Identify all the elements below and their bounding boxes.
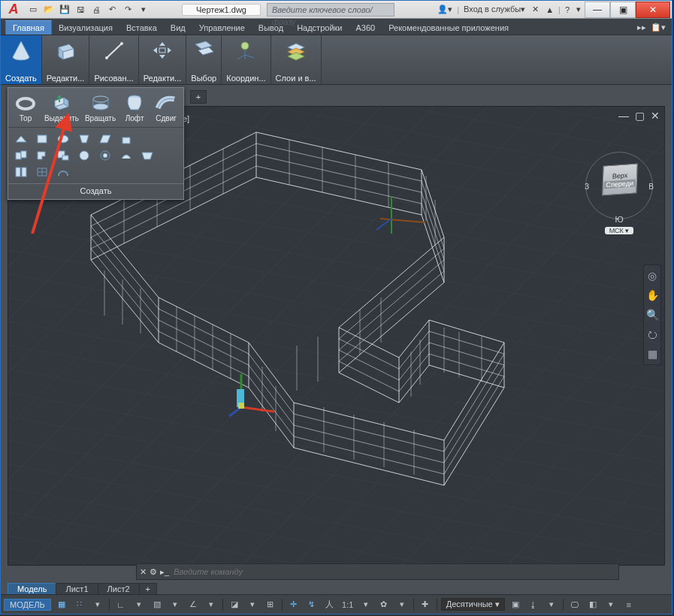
- smalltool-3[interactable]: [55, 132, 71, 146]
- status-osnap-icon[interactable]: ∠: [186, 598, 201, 611]
- panel-draw[interactable]: Рисован...: [89, 35, 138, 84]
- panel-modify[interactable]: Редакти...: [139, 35, 187, 84]
- nav-showmotion-icon[interactable]: ▦: [648, 348, 657, 360]
- status-grid-icon[interactable]: ▦: [54, 598, 69, 611]
- status-otrack-icon[interactable]: ✛: [286, 598, 301, 611]
- ribbon-tab-a360[interactable]: A360: [349, 21, 382, 35]
- ribbon-overflow[interactable]: ▸▸ 📋▾: [631, 20, 672, 35]
- help-icon[interactable]: ?: [563, 5, 572, 14]
- layout-tab-add[interactable]: +: [139, 583, 157, 594]
- nav-zoom-icon[interactable]: 🔍: [646, 309, 659, 321]
- viewcube-west[interactable]: З: [585, 183, 589, 191]
- signin-link[interactable]: Вход в службы▾: [461, 5, 527, 14]
- nav-fullwheel-icon[interactable]: ◎: [648, 270, 657, 282]
- undo-icon[interactable]: ↶: [105, 3, 119, 17]
- smalltool-11[interactable]: [97, 149, 113, 162]
- minimize-button[interactable]: —: [585, 2, 610, 18]
- layout-tab-sheet1[interactable]: Лист1: [56, 583, 98, 594]
- vp-maximize-icon[interactable]: ▢: [635, 110, 645, 122]
- app-logo[interactable]: A: [2, 2, 25, 18]
- ribbon-tab-manage[interactable]: Управление: [192, 21, 252, 35]
- ribbon-tab-view[interactable]: Вид: [164, 21, 192, 35]
- ucs-gizmo[interactable]: [226, 367, 294, 427]
- status-osnap-drop[interactable]: ▾: [204, 598, 219, 611]
- status-iso-icon[interactable]: ▧: [150, 598, 165, 611]
- save-icon[interactable]: 💾: [58, 3, 71, 17]
- smalltool-6[interactable]: [118, 132, 134, 146]
- primitive-loft[interactable]: Лофт: [119, 91, 150, 124]
- status-isolate-icon[interactable]: ◧: [585, 598, 600, 611]
- smalltool-14[interactable]: [13, 165, 29, 179]
- status-ortho-icon[interactable]: ∟: [113, 598, 128, 611]
- help-dropdown-icon[interactable]: ▾: [574, 5, 583, 14]
- ribbon-tab-output[interactable]: Вывод: [252, 21, 290, 35]
- smalltool-2[interactable]: [34, 132, 50, 146]
- status-lock-drop[interactable]: ▾: [544, 598, 559, 611]
- viewcube-wcs[interactable]: МСК ▾: [605, 227, 634, 234]
- keyword-search[interactable]: Введите ключевое слово/фразу: [267, 3, 394, 17]
- commandline-close-icon[interactable]: ✕: [140, 567, 147, 577]
- saveas-icon[interactable]: 🖫: [74, 3, 87, 17]
- smalltool-9[interactable]: [55, 149, 71, 162]
- vp-close-icon[interactable]: ✕: [651, 110, 660, 122]
- panel-solid-edit[interactable]: Редакти...: [42, 35, 90, 84]
- exchange-icon[interactable]: ✕: [530, 5, 541, 14]
- primitive-torus[interactable]: Тор: [10, 91, 41, 124]
- status-ducs-icon[interactable]: ↯: [304, 598, 319, 611]
- ribbon-tab-visualize[interactable]: Визуализация: [52, 21, 119, 35]
- status-lwt-drop[interactable]: ▾: [358, 598, 373, 611]
- status-3dosnap-drop[interactable]: ▾: [245, 598, 260, 611]
- redo-icon[interactable]: ↷: [121, 3, 134, 17]
- plot-icon[interactable]: 🖨: [89, 3, 103, 17]
- layout-tab-sheet2[interactable]: Лист2: [98, 583, 140, 594]
- status-mode[interactable]: МОДЕЛЬ: [4, 599, 51, 611]
- ribbon-tab-addins[interactable]: Надстройки: [290, 21, 349, 35]
- status-lwt-icon[interactable]: 1:1: [340, 598, 355, 611]
- viewcube-top[interactable]: Верх: [612, 171, 628, 180]
- smalltool-13[interactable]: [139, 149, 156, 162]
- status-iso-drop[interactable]: ▾: [168, 598, 183, 611]
- panel-layers[interactable]: Слои и в...: [271, 35, 322, 84]
- smalltool-12[interactable]: [118, 149, 134, 162]
- smalltool-4[interactable]: [76, 132, 92, 146]
- ribbon-tab-featured[interactable]: Рекомендованные приложения: [382, 21, 515, 35]
- command-input[interactable]: [172, 566, 615, 577]
- panel-selection[interactable]: Выбор: [186, 35, 222, 84]
- nav-pan-icon[interactable]: ✋: [646, 289, 659, 301]
- new-icon[interactable]: ▭: [26, 3, 40, 17]
- smalltool-8[interactable]: [34, 149, 50, 162]
- status-dyninput-icon[interactable]: ⊞: [263, 598, 278, 611]
- primitive-sweep[interactable]: Сдвиг: [150, 91, 182, 124]
- status-lock-icon[interactable]: ⭳: [526, 598, 541, 611]
- status-3dosnap-icon[interactable]: ◪: [227, 598, 242, 611]
- status-snapgrid-drop[interactable]: ▾: [90, 598, 105, 611]
- status-ducs-drop[interactable]: 人: [322, 598, 337, 611]
- status-snapgrid-icon[interactable]: ∷: [72, 598, 87, 611]
- status-clean-icon[interactable]: ▾: [603, 598, 618, 611]
- primitive-revolve[interactable]: Вращать: [82, 91, 119, 124]
- viewcube-east[interactable]: В: [648, 183, 654, 191]
- qat-more-icon[interactable]: ▾: [137, 3, 150, 17]
- status-annoscale-icon[interactable]: ✚: [418, 598, 433, 611]
- primitive-extrude[interactable]: Выдавить: [41, 91, 82, 124]
- command-line[interactable]: ✕ ⚙ ▸_: [136, 563, 619, 580]
- viewcube[interactable]: Верх Спереди З В Ю МСК ▾: [585, 152, 654, 234]
- panel-coordinates[interactable]: Координ...: [222, 35, 271, 84]
- status-customize-icon[interactable]: ≡: [621, 598, 636, 611]
- open-icon[interactable]: 📂: [42, 3, 56, 17]
- status-polar-icon[interactable]: ▾: [131, 598, 147, 611]
- close-button[interactable]: ✕: [636, 2, 670, 18]
- commandline-options-icon[interactable]: ⚙: [150, 567, 157, 577]
- smalltool-7[interactable]: [13, 149, 29, 162]
- smalltool-16[interactable]: [55, 165, 71, 179]
- ribbon-tab-insert[interactable]: Вставка: [119, 21, 164, 35]
- status-quickprops-icon[interactable]: ▣: [508, 598, 523, 611]
- panel-create[interactable]: Создать: [1, 35, 42, 84]
- nav-orbit-icon[interactable]: ⭮: [647, 328, 657, 340]
- app-manager-icon[interactable]: ▲: [543, 5, 556, 14]
- layout-tab-model[interactable]: Модель: [8, 583, 56, 594]
- viewcube-front[interactable]: Спереди: [603, 179, 636, 189]
- maximize-button[interactable]: ▣: [610, 2, 636, 18]
- status-hwacc-icon[interactable]: 🖵: [567, 598, 582, 611]
- vp-minimize-icon[interactable]: —: [618, 110, 629, 122]
